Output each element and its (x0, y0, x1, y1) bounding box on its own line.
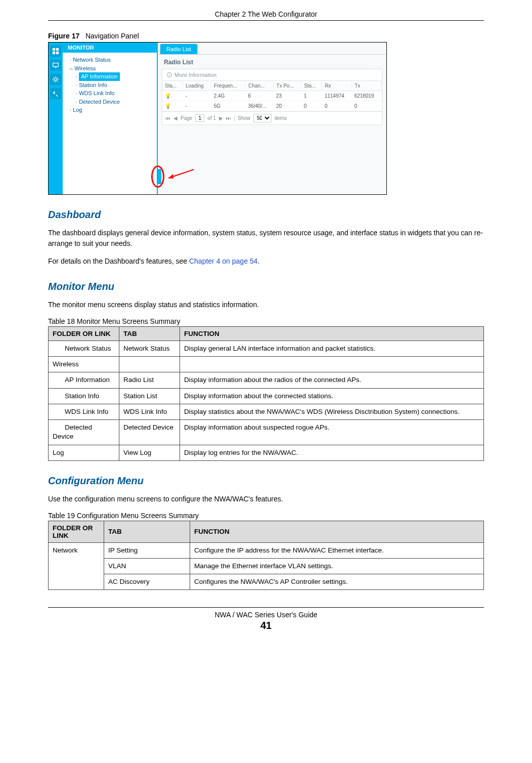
svg-rect-2 (53, 52, 55, 54)
info-icon (166, 72, 172, 78)
svg-rect-0 (53, 48, 55, 51)
cell: Detected Device (119, 420, 180, 445)
page-input[interactable] (195, 114, 204, 122)
table-row: LogView LogDisplay log entries for the N… (49, 445, 484, 460)
t19-header-folder: FOLDER OR LINK (49, 521, 104, 542)
cell: Configures the NWA/WAC's AP Controller s… (190, 574, 484, 590)
cell: IP Setting (104, 542, 190, 558)
tree-detected-device[interactable]: · Detected Device (76, 98, 154, 106)
footer-rule (48, 607, 484, 608)
nav-sidebar: MONITOR · Network Status – Wireless · AP… (63, 43, 158, 194)
radio-list-grid: Sta... Loading Frequen... Chan... Tx Po.… (162, 81, 382, 111)
cell: 0 (301, 101, 322, 111)
header-rule (48, 20, 484, 21)
cell: Display information about the connected … (180, 388, 484, 404)
cell: 6 (246, 91, 274, 101)
page-prev-icon[interactable]: ◀ (173, 115, 178, 121)
col-txpower[interactable]: Tx Po... (274, 81, 301, 91)
show-select[interactable]: 50 (253, 114, 272, 122)
main-panel: Radio List Radio List More Information S… (158, 43, 386, 194)
col-loading[interactable]: Loading (183, 81, 211, 91)
cell: Detected Device (49, 420, 119, 445)
tree-wireless[interactable]: – Wireless (70, 64, 154, 73)
dashboard-paragraph-2: For details on the Dashboard's features,… (48, 256, 484, 267)
page-next-icon[interactable]: ▶ (219, 115, 223, 121)
svg-rect-8 (169, 74, 169, 76)
t18-header-tab: TAB (119, 327, 180, 341)
maintenance-icon[interactable] (50, 88, 61, 99)
svg-rect-1 (56, 48, 59, 51)
cell: Display information about the radios of … (180, 372, 484, 388)
cell: Manage the Ethernet interface VLAN setti… (190, 558, 484, 574)
tab-radio-list[interactable]: Radio List (160, 44, 198, 54)
col-rx[interactable]: Rx (322, 81, 352, 91)
col-stations[interactable]: Sta... (301, 81, 322, 91)
nav-tree: · Network Status – Wireless · AP Informa… (63, 53, 157, 114)
config-icon[interactable] (50, 74, 61, 85)
t19-network-cell: Network (49, 542, 104, 590)
page-first-icon[interactable]: ⏮ (165, 115, 170, 121)
figure-caption: Figure 17 Navigation Panel (48, 32, 484, 40)
tree-network-status[interactable]: · Network Status (70, 56, 154, 64)
col-tx[interactable]: Tx (352, 81, 382, 91)
table-row: Station InfoStation ListDisplay informat… (49, 388, 484, 404)
svg-rect-3 (56, 52, 59, 54)
footer-title: NWA / WAC Series User's Guide (48, 611, 484, 619)
monitor-menu-paragraph: The monitor menu screens display status … (48, 300, 484, 310)
show-label: Show (238, 115, 250, 121)
configuration-menu-heading: Configuration Menu (48, 475, 484, 487)
text: . (257, 257, 259, 265)
cell: 23 (274, 91, 301, 101)
col-frequency[interactable]: Frequen... (211, 81, 246, 91)
cell: Radio List (119, 372, 180, 388)
cell (180, 357, 484, 372)
figure-title (81, 32, 85, 40)
cell: 36/40/... (246, 101, 274, 111)
cell: 1114974 (322, 91, 352, 101)
table-row: VLAN Manage the Ethernet interface VLAN … (49, 558, 484, 574)
collapse-handle[interactable] (157, 169, 161, 184)
table-19: FOLDER OR LINK TAB FUNCTION Network IP S… (48, 521, 484, 590)
bulb-icon: 💡 (165, 103, 171, 109)
monitor-menu-heading: Monitor Menu (48, 281, 484, 292)
chapter-4-link[interactable]: Chapter 4 on page 54 (189, 257, 257, 265)
tree-wds-link-info[interactable]: · WDS Link Info (76, 89, 154, 98)
tree-ap-information[interactable]: · AP Information (76, 72, 154, 81)
t18-header-function: FUNCTION (180, 327, 484, 341)
table-row[interactable]: 💡 - 5G 36/40/... 20 0 0 0 (162, 101, 382, 111)
cell: WDS Link Info (49, 404, 119, 419)
col-channel[interactable]: Chan... (246, 81, 274, 91)
svg-rect-5 (55, 67, 57, 68)
paging-bar: ⏮ ◀ Page of 1 ▶ ⏭ Show 50 items (162, 111, 382, 124)
cell: 1 (301, 91, 322, 101)
tree-log[interactable]: · Log (70, 106, 154, 114)
svg-rect-4 (53, 63, 59, 67)
table-row: Detected DeviceDetected DeviceDisplay in… (49, 420, 484, 445)
cell (119, 357, 180, 372)
tree-station-info[interactable]: · Station Info (76, 81, 154, 90)
cell: Display statistics about the NWA/WAC's W… (180, 404, 484, 419)
cell: VLAN (104, 558, 190, 574)
cell: AC Discovery (104, 574, 190, 590)
cell: Configure the IP address for the NWA/WAC… (190, 542, 484, 558)
page-of-label: of 1 (207, 115, 216, 121)
table-19-caption: Table 19 Configuration Menu Screens Summ… (48, 512, 484, 520)
dashboard-icon[interactable] (50, 46, 61, 57)
cell: WDS Link Info (119, 404, 180, 419)
table-row: Wireless (49, 357, 484, 372)
page-last-icon[interactable]: ⏭ (226, 115, 231, 121)
monitor-icon[interactable] (50, 60, 61, 71)
grid-panel: More Information Sta... Loading Frequen.… (162, 69, 382, 125)
cell: Network Status (49, 341, 119, 357)
cell: 5G (211, 101, 246, 111)
col-status[interactable]: Sta... (162, 81, 183, 91)
panel-title: Radio List (158, 55, 386, 69)
figure-title-text: Navigation Panel (85, 32, 139, 40)
monitor-header: MONITOR (63, 43, 157, 53)
cell: View Log (119, 445, 180, 460)
table-row[interactable]: 💡 - 2.4G 6 23 1 1114974 6218019 (162, 91, 382, 101)
cell: 20 (274, 101, 301, 111)
cell: 0 (352, 101, 382, 111)
more-info-button[interactable]: More Information (162, 69, 382, 81)
cell: - (183, 91, 211, 101)
